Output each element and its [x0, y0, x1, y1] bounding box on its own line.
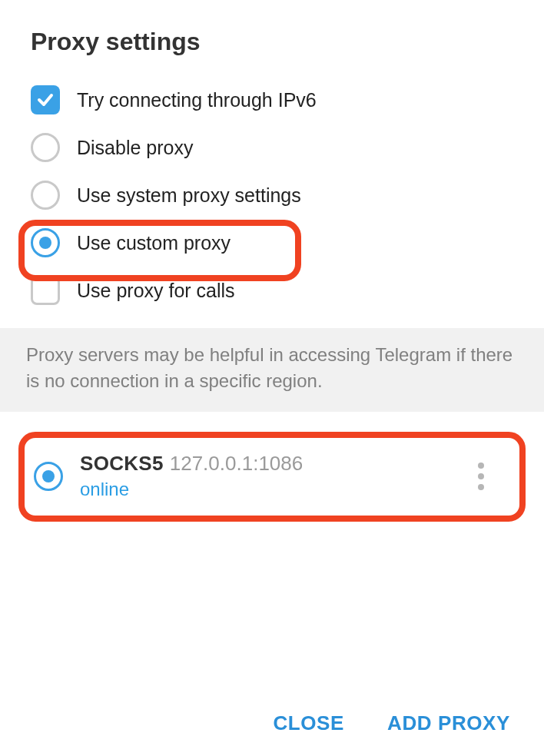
dialog-footer: CLOSE ADD PROXY: [0, 690, 544, 756]
option-label: Use custom proxy: [77, 232, 231, 254]
proxy-status: online: [80, 479, 449, 500]
dot-icon: [478, 473, 484, 479]
checkmark-icon: [36, 91, 55, 109]
option-calls-row[interactable]: Use proxy for calls: [31, 267, 513, 314]
radio-dot-icon: [42, 470, 55, 482]
option-label: Disable proxy: [77, 137, 193, 159]
option-label: Use system proxy settings: [77, 184, 301, 207]
option-ipv6-row[interactable]: Try connecting through IPv6: [31, 76, 513, 124]
proxy-address: 127.0.0.1:1086: [170, 452, 304, 475]
radio-disable[interactable]: [31, 133, 60, 162]
radio-proxy-0[interactable]: [34, 462, 63, 491]
proxy-info: SOCKS5127.0.0.1:1086 online: [80, 452, 449, 500]
proxy-entry[interactable]: SOCKS5127.0.0.1:1086 online: [18, 432, 526, 522]
add-proxy-button[interactable]: ADD PROXY: [387, 711, 510, 735]
hint-text: Proxy servers may be helpful in accessin…: [26, 342, 518, 393]
option-label: Try connecting through IPv6: [77, 89, 317, 111]
proxy-type: SOCKS5: [80, 452, 164, 475]
options-section: Try connecting through IPv6 Disable prox…: [0, 76, 544, 328]
dialog-title: Proxy settings: [0, 0, 544, 76]
option-disable-row[interactable]: Disable proxy: [31, 124, 513, 171]
kebab-menu-icon[interactable]: [466, 461, 496, 492]
dot-icon: [478, 484, 484, 490]
checkbox-calls[interactable]: [31, 276, 60, 305]
close-button[interactable]: CLOSE: [273, 711, 344, 735]
radio-dot-icon: [39, 237, 51, 249]
proxy-settings-dialog: Proxy settings Try connecting through IP…: [0, 0, 544, 756]
dot-icon: [478, 463, 484, 469]
option-custom-row[interactable]: Use custom proxy: [31, 219, 513, 267]
proxy-list: SOCKS5127.0.0.1:1086 online: [0, 412, 544, 522]
radio-custom[interactable]: [31, 228, 60, 257]
radio-system[interactable]: [31, 181, 60, 210]
option-system-row[interactable]: Use system proxy settings: [31, 171, 513, 219]
option-label: Use proxy for calls: [77, 280, 235, 302]
checkbox-ipv6[interactable]: [31, 85, 60, 114]
hint-band: Proxy servers may be helpful in accessin…: [0, 328, 544, 412]
proxy-title-line: SOCKS5127.0.0.1:1086: [80, 452, 449, 476]
